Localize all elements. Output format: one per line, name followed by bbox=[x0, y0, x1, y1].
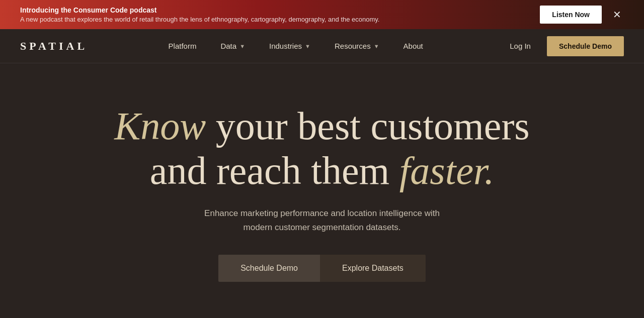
hero-subtitle: Enhance marketing performance and locati… bbox=[204, 206, 440, 235]
nav-link-data[interactable]: Data ▼ bbox=[209, 38, 256, 54]
hero-buttons: Schedule Demo Explore Datasets bbox=[218, 255, 426, 282]
chevron-down-icon: ▼ bbox=[374, 43, 379, 49]
announcement-actions: Listen Now ✕ bbox=[540, 6, 624, 24]
hero-subtitle-line1: Enhance marketing performance and locati… bbox=[204, 208, 440, 218]
chevron-down-icon: ▼ bbox=[239, 43, 245, 49]
listen-now-button[interactable]: Listen Now bbox=[540, 6, 602, 24]
explore-datasets-button[interactable]: Explore Datasets bbox=[320, 255, 426, 282]
nav-link-platform[interactable]: Platform bbox=[157, 38, 208, 54]
schedule-demo-nav-button[interactable]: Schedule Demo bbox=[547, 36, 624, 56]
navbar: SPATIAL Platform Data ▼ Industries ▼ Res… bbox=[0, 29, 644, 63]
nav-links: Platform Data ▼ Industries ▼ Resources ▼… bbox=[88, 38, 504, 54]
schedule-demo-hero-button[interactable]: Schedule Demo bbox=[218, 255, 320, 282]
announcement-title: Introducing the Consumer Code podcast bbox=[20, 6, 540, 14]
nav-link-resources[interactable]: Resources ▼ bbox=[324, 38, 390, 54]
announcement-subtitle: A new podcast that explores the world of… bbox=[20, 16, 540, 23]
hero-heading: Know your best customers and reach them … bbox=[114, 104, 529, 193]
hero-section: Know your best customers and reach them … bbox=[0, 63, 644, 318]
hero-line1-rest: your best customers bbox=[206, 104, 529, 148]
nav-link-industries[interactable]: Industries ▼ bbox=[258, 38, 321, 54]
nav-link-platform-label: Platform bbox=[169, 42, 197, 50]
hero-subtitle-line2: modern customer segmentation datasets. bbox=[244, 223, 401, 232]
hero-line-2: and reach them faster. bbox=[114, 149, 529, 192]
nav-link-about[interactable]: About bbox=[392, 38, 434, 54]
announcement-text: Introducing the Consumer Code podcast A … bbox=[20, 6, 540, 23]
logo[interactable]: SPATIAL bbox=[20, 40, 88, 53]
nav-right: Log In Schedule Demo bbox=[504, 36, 624, 56]
log-in-button[interactable]: Log In bbox=[504, 38, 537, 54]
chevron-down-icon: ▼ bbox=[305, 43, 310, 49]
nav-link-about-label: About bbox=[404, 42, 423, 50]
close-announcement-button[interactable]: ✕ bbox=[610, 8, 624, 22]
hero-know-italic: Know bbox=[114, 104, 206, 148]
announcement-banner: Introducing the Consumer Code podcast A … bbox=[0, 0, 644, 29]
hero-line-1: Know your best customers bbox=[114, 104, 529, 148]
nav-link-resources-label: Resources bbox=[335, 42, 371, 50]
nav-link-industries-label: Industries bbox=[269, 42, 302, 50]
nav-link-data-label: Data bbox=[220, 42, 236, 50]
hero-line2-start: and reach them bbox=[150, 149, 399, 192]
hero-faster-italic: faster. bbox=[399, 149, 495, 192]
